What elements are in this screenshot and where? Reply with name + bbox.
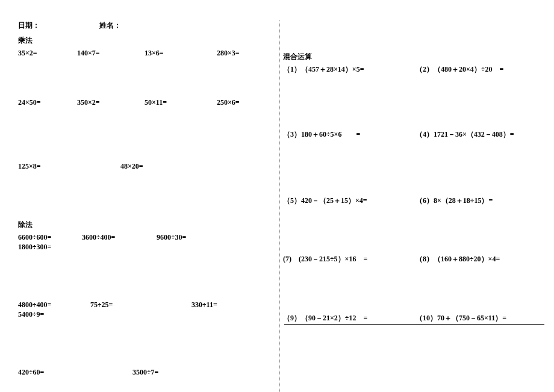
problem: 24×50= [18, 98, 77, 107]
problem: 1800÷300= [18, 242, 51, 252]
mixed-title: 混合运算 [283, 52, 544, 62]
problem: （3）180＋60÷5×6 = [283, 129, 412, 139]
date-label: 日期： [18, 20, 99, 31]
div-row-1: 6600÷600= 3600÷400= 9600÷30= 1800÷300= [18, 232, 277, 252]
problem: 280×3= [217, 48, 277, 58]
problem: 6600÷600= [18, 232, 82, 242]
div-row-3: 420÷60= 3500÷7= [18, 367, 277, 377]
problem: 250×6= [217, 98, 277, 107]
problem: (7) (230－215÷5）×16 = [283, 254, 412, 264]
problem: 9600÷30= [157, 232, 247, 242]
mixed-row-4: (7) (230－215÷5）×16 = （8）（160＋880÷20）×4= [283, 254, 544, 264]
problem: （9）（90－21×2）÷12 = [283, 313, 412, 323]
problem: （8）（160＋880÷20）×4= [416, 254, 544, 264]
problem: 3600÷400= [82, 232, 157, 242]
problem: （5）420－（25＋15）×4= [283, 196, 412, 205]
problem: 48×20= [120, 161, 143, 171]
problem: （10）70＋（750－65×11）= [416, 313, 544, 323]
problem: 330÷11= [191, 300, 252, 310]
problem: （2）（480＋20×4）÷20 = [416, 64, 544, 74]
mixed-row-1: （1）（457＋28×14）×5= （2）（480＋20×4）÷20 = [283, 64, 544, 74]
problem: 75÷25= [90, 300, 191, 310]
underline [284, 324, 544, 325]
problem: （4）1721－36×（432－408）= [416, 129, 544, 139]
problem: 5400÷9= [18, 310, 44, 319]
div-row-2: 4800÷400= 75÷25= 330÷11= 5400÷9= [18, 300, 277, 319]
mixed-row-5: （9）（90－21×2）÷12 = （10）70＋（750－65×11）= [283, 313, 544, 323]
multiplication-title: 乘法 [18, 36, 277, 46]
problem: 4800÷400= [18, 300, 90, 310]
mult-row-2: 24×50= 350×2= 50×11= 250×6= [18, 98, 277, 107]
header: 日期： 姓名： [18, 20, 277, 31]
problem: （6）8×（28＋18÷15）= [416, 196, 544, 205]
right-column: 混合运算 （1）（457＋28×14）×5= （2）（480＋20×4）÷20 … [283, 20, 544, 392]
problem: 140×7= [77, 48, 145, 58]
mult-row-1: 35×2= 140×7= 13×6= 280×3= [18, 48, 277, 58]
mixed-row-2: （3）180＋60÷5×6 = （4）1721－36×（432－408）= [283, 129, 544, 139]
problem: 125×8= [18, 161, 120, 171]
column-divider [279, 20, 281, 392]
division-title: 除法 [18, 220, 277, 230]
problem: 35×2= [18, 48, 77, 58]
problem: 3500÷7= [132, 367, 158, 377]
mixed-row-3: （5）420－（25＋15）×4= （6）8×（28＋18÷15）= [283, 196, 544, 205]
problem: 50×11= [145, 98, 217, 107]
left-column: 日期： 姓名： 乘法 35×2= 140×7= 13×6= 280×3= 24×… [18, 20, 277, 392]
problem: 13×6= [145, 48, 217, 58]
problem: 420÷60= [18, 367, 132, 377]
problem: （1）（457＋28×14）×5= [283, 64, 412, 74]
mult-row-3: 125×8= 48×20= [18, 161, 277, 171]
name-label: 姓名： [99, 20, 121, 31]
problem: 350×2= [77, 98, 145, 107]
